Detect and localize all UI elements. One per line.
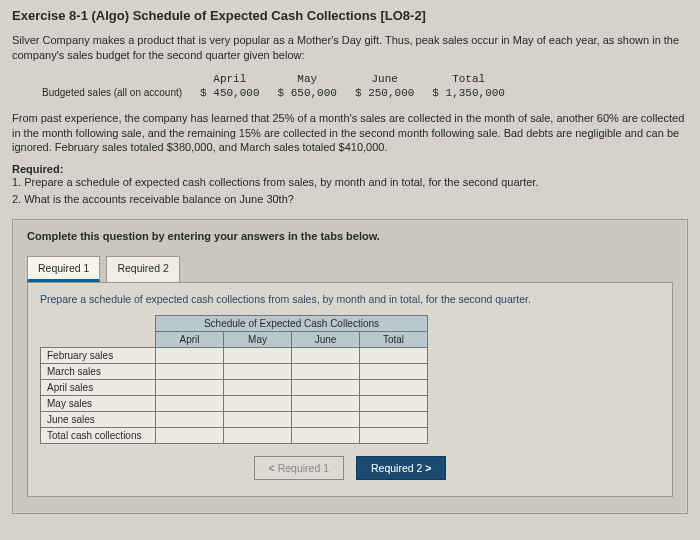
input-cell[interactable]	[224, 411, 292, 427]
sched-hdr-total: Total	[360, 331, 428, 347]
table-row: Total cash collections	[41, 427, 428, 443]
chevron-left-icon: <	[269, 462, 275, 474]
required-label: Required:	[12, 163, 688, 175]
input-cell[interactable]	[224, 363, 292, 379]
row-apr-label: April sales	[41, 379, 156, 395]
table-row: May sales	[41, 395, 428, 411]
tab-body: Prepare a schedule of expected cash coll…	[27, 282, 673, 497]
schedule-title: Schedule of Expected Cash Collections	[156, 315, 428, 331]
sched-hdr-may: May	[224, 331, 292, 347]
table-row: April sales	[41, 379, 428, 395]
input-cell[interactable]	[156, 363, 224, 379]
input-cell[interactable]	[292, 363, 360, 379]
input-cell[interactable]	[156, 347, 224, 363]
chevron-right-icon: >	[425, 462, 431, 474]
prev-button-label: Required 1	[278, 462, 329, 474]
intro-paragraph: Silver Company makes a product that is v…	[12, 33, 688, 63]
budget-total-value: $ 1,350,000	[424, 87, 513, 99]
budget-april-value: $ 450,000	[192, 87, 267, 99]
row-feb-label: February sales	[41, 347, 156, 363]
tab1-description: Prepare a schedule of expected cash coll…	[40, 293, 660, 305]
input-cell[interactable]	[224, 395, 292, 411]
input-cell[interactable]	[156, 379, 224, 395]
input-cell[interactable]	[360, 347, 428, 363]
table-row: June sales	[41, 411, 428, 427]
prev-button[interactable]: < Required 1	[254, 456, 344, 480]
required-item-2: 2. What is the accounts receivable balan…	[12, 192, 688, 207]
table-row: March sales	[41, 363, 428, 379]
budget-may-value: $ 650,000	[270, 87, 345, 99]
row-mar-label: March sales	[41, 363, 156, 379]
input-cell[interactable]	[292, 395, 360, 411]
input-cell[interactable]	[292, 347, 360, 363]
row-jun-label: June sales	[41, 411, 156, 427]
input-cell[interactable]	[156, 427, 224, 443]
sched-hdr-april: April	[156, 331, 224, 347]
input-cell[interactable]	[224, 347, 292, 363]
row-may-label: May sales	[41, 395, 156, 411]
required-item-1: 1. Prepare a schedule of expected cash c…	[12, 175, 688, 190]
budget-row-label: Budgeted sales (all on account)	[34, 87, 190, 99]
input-cell[interactable]	[224, 379, 292, 395]
table-row: February sales	[41, 347, 428, 363]
budget-col-total: Total	[424, 73, 513, 85]
budget-col-june: June	[347, 73, 422, 85]
input-cell[interactable]	[360, 363, 428, 379]
row-tot-label: Total cash collections	[41, 427, 156, 443]
exercise-title: Exercise 8-1 (Algo) Schedule of Expected…	[12, 8, 688, 23]
next-button[interactable]: Required 2 >	[356, 456, 446, 480]
tab-strip: Required 1 Required 2	[27, 256, 673, 282]
budget-col-may: May	[270, 73, 345, 85]
panel-instruction: Complete this question by entering your …	[27, 230, 673, 242]
tab-required-2[interactable]: Required 2	[106, 256, 179, 282]
input-cell[interactable]	[224, 427, 292, 443]
schedule-table: Schedule of Expected Cash Collections Ap…	[40, 315, 428, 444]
budget-table: April May June Total Budgeted sales (all…	[32, 71, 515, 101]
input-cell[interactable]	[360, 411, 428, 427]
input-cell[interactable]	[156, 411, 224, 427]
experience-paragraph: From past experience, the company has le…	[12, 111, 688, 156]
input-cell[interactable]	[292, 411, 360, 427]
budget-june-value: $ 250,000	[347, 87, 422, 99]
input-cell[interactable]	[156, 395, 224, 411]
input-cell[interactable]	[292, 427, 360, 443]
budget-col-april: April	[192, 73, 267, 85]
input-cell[interactable]	[360, 427, 428, 443]
input-cell[interactable]	[292, 379, 360, 395]
sched-hdr-june: June	[292, 331, 360, 347]
answer-panel: Complete this question by entering your …	[12, 219, 688, 514]
input-cell[interactable]	[360, 379, 428, 395]
input-cell[interactable]	[360, 395, 428, 411]
tab-required-1[interactable]: Required 1	[27, 256, 100, 282]
next-button-label: Required 2	[371, 462, 422, 474]
